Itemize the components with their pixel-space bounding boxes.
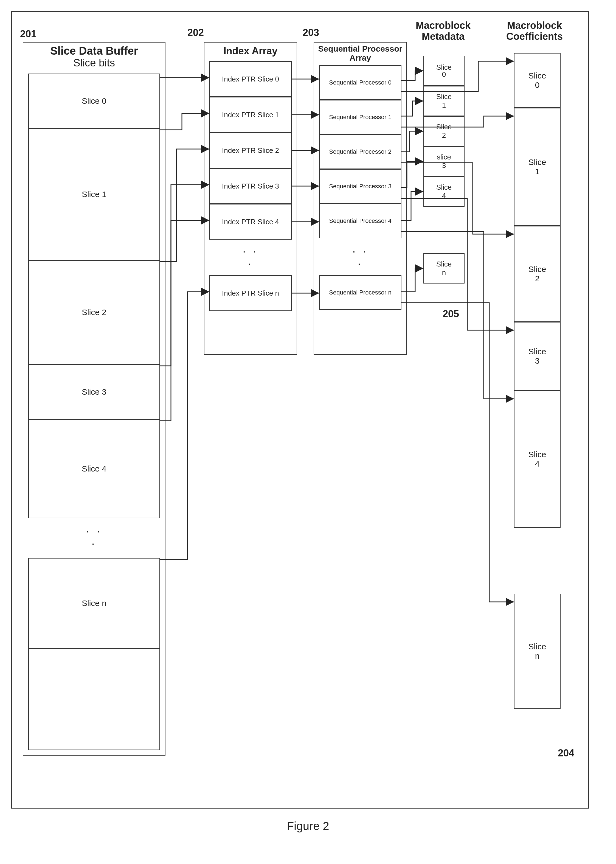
cf-4: Slice4 xyxy=(514,390,561,528)
metadata-title: Macroblock Metadata xyxy=(407,20,479,42)
cf-0-t: Slice0 xyxy=(528,71,546,90)
idx-0: Index PTR Slice 0 xyxy=(209,61,292,97)
sdb-slice-0: Slice 0 xyxy=(28,74,160,129)
cf-2-t: Slice2 xyxy=(528,264,546,283)
md-4-t: Slice4 xyxy=(436,183,452,200)
sdb-tail xyxy=(28,648,160,750)
idx-3: Index PTR Slice 3 xyxy=(209,168,292,204)
md-4: Slice4 xyxy=(423,176,465,207)
diagram-frame: 201 202 203 205 204 Macroblock Metadata … xyxy=(11,11,589,809)
ref-204: 204 xyxy=(558,748,574,759)
idx-2: Index PTR Slice 2 xyxy=(209,132,292,168)
metadata-title-text: Macroblock Metadata xyxy=(407,20,479,42)
md-1: Slice1 xyxy=(423,86,465,116)
md-n-t: Slicen xyxy=(436,260,452,277)
ref-201: 201 xyxy=(20,28,36,40)
cf-1-t: Slice1 xyxy=(528,157,546,176)
sp-0: Sequential Processor 0 xyxy=(319,65,401,100)
md-0: Slice0 xyxy=(423,56,465,86)
cf-4-t: Slice4 xyxy=(528,450,546,469)
idx-n: Index PTR Slice n xyxy=(209,275,292,311)
index-title: Index Array xyxy=(204,45,297,57)
ref-205: 205 xyxy=(443,308,459,320)
sp-3: Sequential Processor 3 xyxy=(319,169,401,204)
cf-1: Slice1 xyxy=(514,108,561,226)
slice-buffer-subtitle: Slice bits xyxy=(23,57,165,69)
md-3-t: slice3 xyxy=(437,153,451,170)
cf-0: Slice0 xyxy=(514,53,561,108)
sdb-slice-3: Slice 3 xyxy=(28,365,160,419)
md-2-t: Slice2 xyxy=(436,123,452,140)
md-2: Slice2 xyxy=(423,116,465,146)
md-n: Slicen xyxy=(423,253,465,283)
sp-n: Sequential Processor n xyxy=(319,275,401,310)
seq-title: Sequential ProcessorArray xyxy=(314,44,406,62)
md-3: slice3 xyxy=(423,146,465,176)
cf-n-t: Slicen xyxy=(528,642,546,661)
ref-202: 202 xyxy=(187,27,204,38)
cf-3-t: Slice3 xyxy=(528,347,546,365)
sdb-slice-n: Slice n xyxy=(28,558,160,648)
sp-2: Sequential Processor 2 xyxy=(319,134,401,169)
coeffs-title-text: Macroblock Coefficients xyxy=(495,20,574,42)
md-1-t: Slice1 xyxy=(436,93,452,110)
idx-ellipsis: · · · xyxy=(242,245,259,270)
idx-1: Index PTR Slice 1 xyxy=(209,97,292,132)
sp-1: Sequential Processor 1 xyxy=(319,100,401,134)
figure-caption: Figure 2 xyxy=(11,820,605,833)
seq-title-text: Sequential ProcessorArray xyxy=(318,44,402,62)
sdb-slice-2: Slice 2 xyxy=(28,260,160,365)
md-0-t: Slice0 xyxy=(436,64,452,78)
cf-2: Slice2 xyxy=(514,226,561,322)
sdb-slice-4: Slice 4 xyxy=(28,419,160,518)
sp-ellipsis: · · · xyxy=(352,245,369,270)
slice-buffer-title: Slice Data Buffer xyxy=(23,45,165,57)
ref-203: 203 xyxy=(303,27,319,38)
sdb-slice-1: Slice 1 xyxy=(28,129,160,260)
sdb-ellipsis: · · · xyxy=(83,525,105,550)
idx-4: Index PTR Slice 4 xyxy=(209,204,292,239)
sp-4: Sequential Processor 4 xyxy=(319,204,401,238)
cf-3: Slice3 xyxy=(514,322,561,390)
cf-n: Slicen xyxy=(514,594,561,709)
coeffs-title: Macroblock Coefficients xyxy=(495,20,574,42)
